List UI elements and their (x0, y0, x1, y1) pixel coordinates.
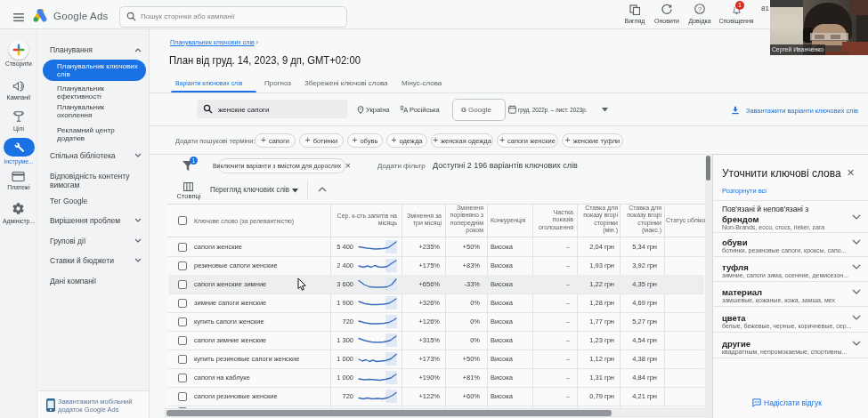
svg-text:?: ? (698, 5, 702, 13)
